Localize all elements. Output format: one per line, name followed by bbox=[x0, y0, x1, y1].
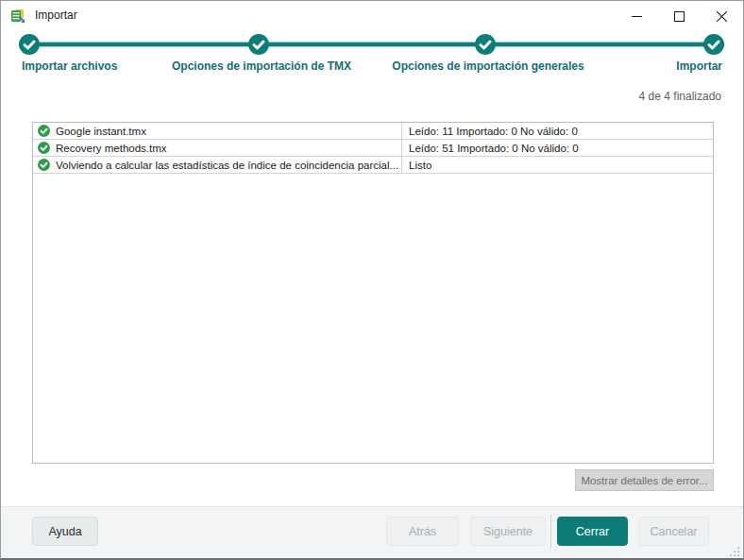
window-controls bbox=[616, 1, 743, 31]
window-title: Importar bbox=[35, 1, 77, 29]
check-circle-icon bbox=[38, 125, 50, 137]
table-row[interactable]: Google instant.tmx Leído: 11 Importado: … bbox=[33, 123, 713, 140]
file-name: Recovery methods.tmx bbox=[56, 143, 167, 154]
import-app-icon bbox=[10, 8, 25, 24]
check-circle-icon bbox=[703, 34, 724, 55]
task-status: Listo bbox=[402, 157, 713, 173]
task-name: Volviendo a calcular las estadísticas de… bbox=[56, 160, 398, 171]
minimize-icon[interactable] bbox=[616, 1, 658, 31]
maximize-icon[interactable] bbox=[658, 1, 701, 31]
button-divider bbox=[550, 515, 551, 549]
step-import-files: Importar archivos bbox=[22, 59, 117, 73]
file-status: Leído: 51 Importado: 0 No válido: 0 bbox=[402, 140, 713, 156]
table-row[interactable]: Volviendo a calcular las estadísticas de… bbox=[33, 157, 713, 174]
step-import: Importar bbox=[676, 59, 722, 73]
stepper-progress-line bbox=[29, 42, 724, 47]
close-icon[interactable] bbox=[701, 1, 743, 31]
titlebar: Importar bbox=[1, 1, 743, 31]
progress-status: 4 de 4 finalizado bbox=[639, 90, 721, 103]
footer-bar: Ayuda Atrás Siguiente Cerrar Cancelar bbox=[1, 506, 743, 558]
step-general-options: Opciones de importación generales bbox=[365, 59, 611, 73]
file-status: Leído: 11 Importado: 0 No válido: 0 bbox=[402, 123, 713, 139]
file-name-cell: Recovery methods.tmx bbox=[33, 140, 402, 156]
help-button[interactable]: Ayuda bbox=[32, 517, 98, 546]
file-name: Google instant.tmx bbox=[56, 126, 146, 137]
import-results-table: Google instant.tmx Leído: 11 Importado: … bbox=[32, 122, 714, 464]
cancel-button: Cancelar bbox=[638, 517, 709, 546]
next-button: Siguiente bbox=[470, 517, 546, 546]
check-circle-icon bbox=[19, 34, 40, 55]
table-row[interactable]: Recovery methods.tmx Leído: 51 Importado… bbox=[33, 140, 713, 157]
check-circle-icon bbox=[248, 34, 269, 55]
import-dialog: Importar Importar archivos O bbox=[0, 0, 744, 560]
file-name-cell: Volviendo a calcular las estadísticas de… bbox=[33, 157, 402, 173]
close-button[interactable]: Cerrar bbox=[557, 517, 628, 546]
back-button: Atrás bbox=[386, 517, 459, 546]
check-circle-icon bbox=[475, 34, 496, 55]
check-circle-icon bbox=[38, 159, 50, 171]
resize-grip-icon[interactable] bbox=[729, 544, 740, 555]
file-name-cell: Google instant.tmx bbox=[33, 123, 402, 139]
step-tmx-options: Opciones de importación de TMX bbox=[139, 59, 384, 73]
show-error-details-button[interactable]: Mostrar detalles de error... bbox=[575, 469, 714, 491]
check-circle-icon bbox=[38, 142, 50, 154]
